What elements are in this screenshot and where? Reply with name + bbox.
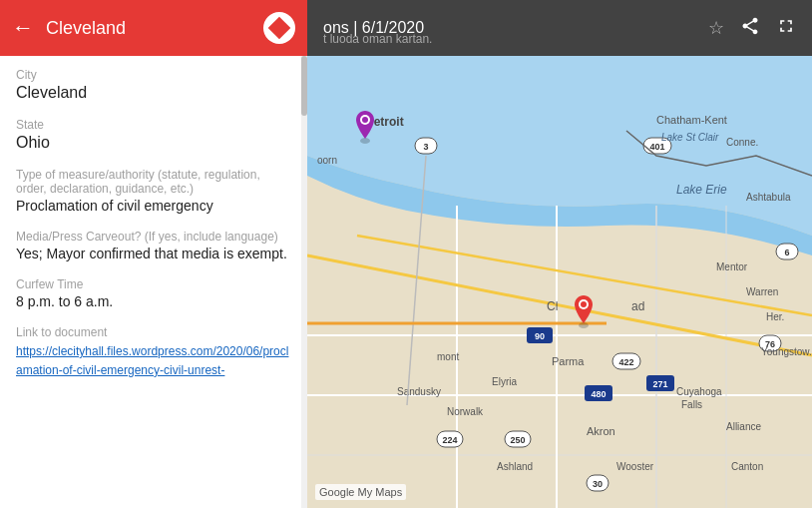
svg-text:30: 30: [593, 479, 603, 489]
map-svg: 90 480 271 3 401 6 76 224 250: [307, 56, 812, 508]
svg-text:250: 250: [510, 435, 525, 445]
svg-text:Elyria: Elyria: [492, 376, 517, 387]
curfew-value: 8 p.m. to 6 a.m.: [16, 293, 291, 309]
svg-text:Lake St Clair: Lake St Clair: [661, 132, 719, 143]
svg-text:Ashtabula: Ashtabula: [746, 192, 791, 203]
svg-text:Warren: Warren: [746, 286, 778, 297]
navigation-icon[interactable]: [263, 12, 295, 44]
state-label: State: [16, 118, 291, 132]
city-label: City: [16, 68, 291, 82]
media-field: Media/Press Carveout? (If yes, include l…: [16, 230, 291, 261]
document-link[interactable]: https://clecityhall.files.wordpress.com/…: [16, 344, 288, 377]
svg-text:224: 224: [442, 435, 457, 445]
curfew-label: Curfew Time: [16, 277, 291, 291]
map-subtitle: t luoda oman kartan.: [323, 32, 432, 46]
svg-point-61: [362, 117, 368, 123]
svg-point-64: [581, 301, 587, 307]
svg-text:Parma: Parma: [552, 355, 585, 367]
svg-text:Akron: Akron: [587, 425, 615, 437]
svg-text:Conne.: Conne.: [726, 137, 758, 148]
media-value: Yes; Mayor confirmed that media is exemp…: [16, 246, 291, 261]
measure-value: Proclamation of civil emergency: [16, 198, 291, 214]
link-field: Link to document https://clecityhall.fil…: [16, 325, 291, 379]
svg-text:480: 480: [591, 389, 606, 399]
svg-text:Her.: Her.: [766, 311, 784, 322]
back-button[interactable]: ←: [12, 15, 34, 41]
svg-text:Alliance: Alliance: [726, 421, 761, 432]
measure-field: Type of measure/authority (statute, regu…: [16, 168, 291, 214]
media-label: Media/Press Carveout? (If yes, include l…: [16, 230, 291, 244]
map-toolbar: ons | 6/1/2020 t luoda oman kartan. ☆: [307, 0, 812, 56]
svg-text:271: 271: [652, 379, 667, 389]
svg-text:90: 90: [535, 331, 545, 341]
panel-title: Cleveland: [46, 18, 263, 39]
svg-text:Chatham-Kent: Chatham-Kent: [656, 114, 727, 126]
panel-content: City Cleveland State Ohio Type of measur…: [0, 56, 307, 508]
curfew-field: Curfew Time 8 p.m. to 6 a.m.: [16, 277, 291, 309]
svg-text:Mentor: Mentor: [716, 261, 748, 272]
svg-text:Sandusky: Sandusky: [397, 386, 441, 397]
svg-text:Norwalk: Norwalk: [447, 406, 484, 417]
star-icon[interactable]: ☆: [708, 17, 724, 39]
svg-text:Falls: Falls: [681, 399, 702, 410]
fullscreen-icon[interactable]: [776, 16, 796, 41]
svg-text:Canton: Canton: [731, 461, 763, 472]
city-value: Cleveland: [16, 84, 291, 102]
svg-text:ad: ad: [631, 299, 644, 313]
google-attribution: Google My Maps: [315, 484, 406, 500]
panel-header: ← Cleveland: [0, 0, 307, 56]
svg-text:mont: mont: [437, 351, 459, 362]
map-area[interactable]: 90 480 271 3 401 6 76 224 250: [307, 56, 812, 508]
nav-diamond-icon: [268, 17, 291, 40]
svg-text:Wooster: Wooster: [616, 461, 654, 472]
svg-text:Youngstow.: Youngstow.: [761, 346, 812, 357]
svg-text:Cuyahoga: Cuyahoga: [676, 386, 722, 397]
svg-text:Lake Erie: Lake Erie: [676, 183, 727, 197]
right-panel: ons | 6/1/2020 t luoda oman kartan. ☆: [307, 0, 812, 508]
svg-text:422: 422: [618, 357, 633, 367]
svg-text:Ashland: Ashland: [497, 461, 533, 472]
svg-text:401: 401: [649, 142, 664, 152]
svg-text:6: 6: [784, 248, 789, 257]
svg-text:oorn: oorn: [317, 155, 337, 166]
share-icon[interactable]: [740, 16, 760, 41]
measure-label: Type of measure/authority (statute, regu…: [16, 168, 291, 196]
svg-text:Cl: Cl: [547, 299, 558, 313]
state-value: Ohio: [16, 134, 291, 152]
city-field: City Cleveland: [16, 68, 291, 102]
state-field: State Ohio: [16, 118, 291, 152]
left-panel: ← Cleveland City Cleveland State Ohio Ty…: [0, 0, 307, 508]
svg-text:3: 3: [423, 142, 428, 152]
map-toolbar-icons: ☆: [708, 16, 796, 41]
link-label: Link to document: [16, 325, 291, 339]
